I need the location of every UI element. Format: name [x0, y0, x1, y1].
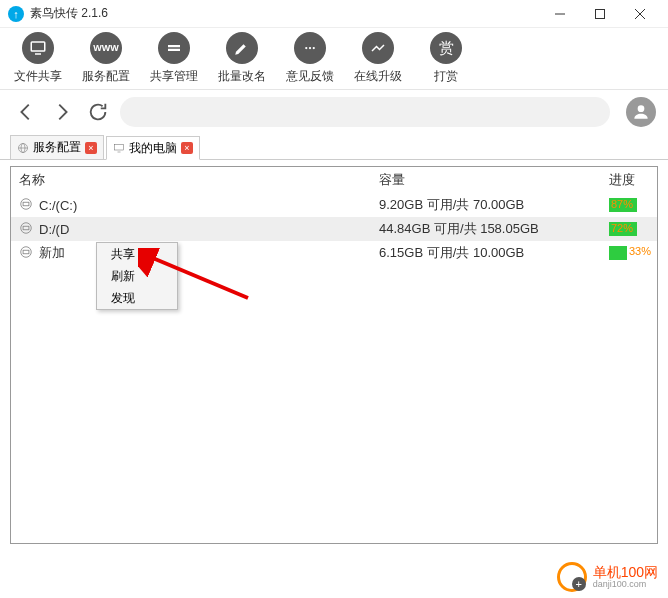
feedback-button[interactable]: 意见反馈 — [280, 32, 340, 85]
svg-rect-6 — [168, 45, 180, 47]
header-capacity[interactable]: 容量 — [379, 171, 609, 189]
pencil-icon — [226, 32, 258, 64]
close-button[interactable] — [620, 0, 660, 28]
close-icon[interactable]: × — [85, 142, 97, 154]
back-button[interactable] — [12, 98, 40, 126]
www-icon: WWW — [90, 32, 122, 64]
svg-point-11 — [638, 105, 645, 112]
online-upgrade-button[interactable]: 在线升级 — [348, 32, 408, 85]
reward-button[interactable]: 赏 打赏 — [416, 32, 476, 85]
address-bar[interactable] — [120, 97, 610, 127]
titlebar: ↑ 素鸟快传 2.1.6 — [0, 0, 668, 28]
monitor-icon — [22, 32, 54, 64]
menu-refresh[interactable]: 刷新 — [97, 265, 177, 287]
context-menu: 共享 刷新 发现 — [96, 242, 178, 310]
trend-icon — [362, 32, 394, 64]
service-config-button[interactable]: WWW 服务配置 — [76, 32, 136, 85]
header-name[interactable]: 名称 — [19, 171, 379, 189]
app-icon: ↑ — [8, 6, 24, 22]
monitor-icon — [113, 142, 125, 154]
forward-button[interactable] — [48, 98, 76, 126]
chat-icon — [294, 32, 326, 64]
svg-rect-4 — [31, 42, 45, 51]
svg-rect-7 — [168, 49, 180, 51]
window-title: 素鸟快传 2.1.6 — [30, 5, 540, 22]
svg-rect-18 — [23, 202, 29, 206]
progress-bar: 72% — [609, 222, 637, 236]
tab-my-computer[interactable]: 我的电脑 × — [106, 136, 200, 160]
table-row[interactable]: C:/(C:) 9.20GB 可用/共 70.00GB 87% — [11, 193, 657, 217]
refresh-button[interactable] — [84, 98, 112, 126]
svg-point-10 — [313, 47, 315, 49]
file-share-button[interactable]: 文件共享 — [8, 32, 68, 85]
maximize-button[interactable] — [580, 0, 620, 28]
navbar — [0, 90, 668, 134]
tab-service-config[interactable]: 服务配置 × — [10, 135, 104, 159]
table-header: 名称 容量 进度 — [11, 167, 657, 193]
folder-icon — [158, 32, 190, 64]
disk-icon — [19, 221, 33, 238]
user-avatar[interactable] — [626, 97, 656, 127]
close-icon[interactable]: × — [181, 142, 193, 154]
minimize-button[interactable] — [540, 0, 580, 28]
svg-point-8 — [305, 47, 307, 49]
tab-bar: 服务配置 × 我的电脑 × — [0, 134, 668, 160]
watermark: 单机100网 danji100.com — [557, 562, 658, 592]
header-progress[interactable]: 进度 — [609, 171, 649, 189]
svg-point-19 — [21, 222, 32, 233]
svg-rect-15 — [115, 145, 124, 151]
table-row[interactable]: D:/(D 44.84GB 可用/共 158.05GB 72% — [11, 217, 657, 241]
disk-icon — [19, 245, 33, 262]
progress-bar: 87% — [609, 198, 637, 212]
svg-point-17 — [21, 198, 32, 209]
reward-icon: 赏 — [430, 32, 462, 64]
svg-point-9 — [309, 47, 311, 49]
batch-rename-button[interactable]: 批量改名 — [212, 32, 272, 85]
menu-share[interactable]: 共享 — [97, 243, 177, 265]
menu-discover[interactable]: 发现 — [97, 287, 177, 309]
watermark-icon — [557, 562, 587, 592]
globe-icon — [17, 142, 29, 154]
disk-icon — [19, 197, 33, 214]
svg-point-21 — [21, 246, 32, 257]
toolbar: 文件共享 WWW 服务配置 共享管理 批量改名 意见反馈 在线升级 赏 打赏 — [0, 28, 668, 90]
file-list: 名称 容量 进度 C:/(C:) 9.20GB 可用/共 70.00GB 87%… — [10, 166, 658, 544]
svg-rect-20 — [23, 226, 29, 230]
progress-bar: 33% — [609, 246, 627, 260]
svg-rect-22 — [23, 250, 29, 254]
share-manage-button[interactable]: 共享管理 — [144, 32, 204, 85]
svg-rect-1 — [596, 9, 605, 18]
